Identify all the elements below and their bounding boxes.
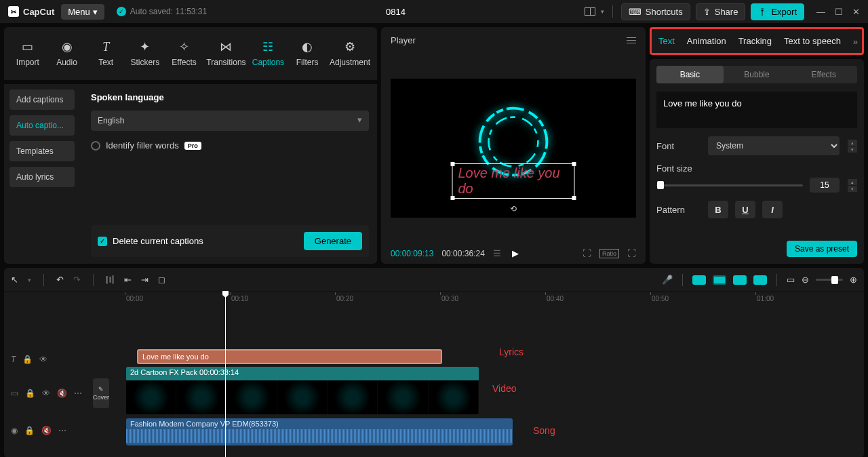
logo-icon: ✂ bbox=[8, 6, 19, 17]
eye-icon[interactable]: 👁 bbox=[42, 389, 50, 398]
text-selection-box[interactable]: Love me like you do bbox=[452, 163, 575, 199]
sidebar-auto-lyrics[interactable]: Auto lyrics bbox=[9, 167, 75, 187]
fontsize-stepper[interactable]: ▴▾ bbox=[848, 179, 857, 192]
titlebar: ✂ CapCut Menu▾ ✓ Auto saved: 11:53:31 08… bbox=[0, 0, 868, 23]
shortcuts-button[interactable]: ⌨Shortcuts bbox=[621, 3, 690, 20]
tab-adjustment[interactable]: ⚙Adjustment bbox=[327, 35, 373, 73]
more-icon[interactable]: ⋯ bbox=[58, 426, 66, 435]
timeline-ruler[interactable]: 00:00 00:10 00:20 00:30 00:40 00:50 01:0… bbox=[92, 292, 864, 309]
eye-icon[interactable]: 👁 bbox=[39, 355, 47, 364]
timecode-total: 00:00:36:24 bbox=[441, 249, 484, 258]
sidebar-templates[interactable]: Templates bbox=[9, 141, 75, 161]
pointer-tool[interactable]: ↖ bbox=[11, 275, 18, 285]
share-button[interactable]: ⇪Share bbox=[696, 3, 746, 20]
minimize-button[interactable]: — bbox=[816, 7, 825, 17]
underline-button[interactable]: U bbox=[735, 201, 755, 218]
delete-captions-row[interactable]: ✓ Delete current captions bbox=[98, 236, 203, 246]
overlay-text: Love me like you do bbox=[458, 165, 560, 196]
export-button[interactable]: ⭱Export bbox=[751, 3, 804, 20]
spoken-language-label: Spoken language bbox=[91, 92, 369, 102]
undo-button[interactable]: ↶ bbox=[56, 275, 64, 285]
tab-transitions[interactable]: ⋈Transitions bbox=[203, 35, 248, 73]
text-content-input[interactable] bbox=[656, 92, 857, 128]
titlebar-actions: ▾ ⌨Shortcuts ⇪Share ⭱Export — ☐ ✕ bbox=[585, 3, 860, 20]
zoom-out-button[interactable]: ⊖ bbox=[802, 275, 809, 285]
maximize-button[interactable]: ☐ bbox=[835, 7, 843, 17]
ratio-button[interactable]: Ratio bbox=[599, 249, 619, 258]
player-canvas[interactable]: Love me like you do ⟲ bbox=[391, 79, 636, 218]
lock-icon[interactable]: 🔒 bbox=[22, 355, 33, 364]
zoom-in-button[interactable]: ⊕ bbox=[850, 275, 857, 285]
lock-icon[interactable]: 🔒 bbox=[24, 426, 35, 435]
font-stepper[interactable]: ▴▾ bbox=[848, 140, 857, 153]
zoom-slider[interactable] bbox=[816, 279, 843, 281]
identify-filler-row[interactable]: Identify filler words Pro bbox=[91, 140, 369, 151]
more-tabs-icon[interactable]: » bbox=[853, 36, 858, 46]
trim-right-tool[interactable]: ⇥ bbox=[141, 275, 149, 285]
font-select[interactable]: System bbox=[708, 136, 840, 155]
magnet-tool-2[interactable] bbox=[713, 275, 726, 285]
fontsize-label: Font size bbox=[656, 163, 701, 174]
play-button[interactable]: ▶ bbox=[512, 248, 519, 258]
preview-toggle[interactable]: ▭ bbox=[787, 275, 795, 285]
pointer-dropdown[interactable]: ▾ bbox=[28, 277, 31, 283]
video-clip[interactable]: 2d Cartoon FX Pack 00:00:33:14 bbox=[126, 367, 479, 414]
subtab-bubble[interactable]: Bubble bbox=[724, 66, 791, 83]
mute-icon[interactable]: 🔇 bbox=[57, 389, 67, 398]
player-menu-icon[interactable] bbox=[627, 37, 636, 43]
share-icon: ⇪ bbox=[703, 7, 711, 17]
autosave-text: Auto saved: 11:53:31 bbox=[130, 7, 207, 16]
tab-captions[interactable]: ☷Captions bbox=[249, 35, 288, 73]
tab-filters[interactable]: ◐Filters bbox=[288, 35, 327, 73]
magnet-tool-1[interactable] bbox=[692, 275, 706, 285]
italic-button[interactable]: I bbox=[762, 201, 783, 218]
tab-text[interactable]: TText bbox=[86, 35, 125, 73]
sidebar-add-captions[interactable]: Add captions bbox=[9, 90, 75, 110]
tab-tts[interactable]: Text to speech bbox=[784, 36, 841, 46]
video-clip-label: 2d Cartoon FX Pack 00:00:33:14 bbox=[126, 367, 479, 380]
tab-audio[interactable]: ◉Audio bbox=[47, 35, 87, 73]
fontsize-input[interactable] bbox=[810, 178, 840, 193]
layout-icon[interactable] bbox=[585, 7, 595, 16]
tab-import[interactable]: ▭Import bbox=[8, 35, 47, 73]
tab-stickers[interactable]: ✦Stickers bbox=[125, 35, 165, 73]
text-track-head: T 🔒 👁 bbox=[4, 349, 92, 370]
snap-tool[interactable] bbox=[753, 275, 767, 285]
rotate-icon[interactable]: ⟲ bbox=[510, 204, 517, 214]
columns-icon[interactable]: ☰ bbox=[493, 248, 501, 258]
generate-button[interactable]: Generate bbox=[304, 232, 362, 250]
identify-filler-label: Identify filler words bbox=[106, 140, 179, 151]
tab-effects[interactable]: ✧Effects bbox=[165, 35, 204, 73]
lyrics-clip[interactable]: Love me like you do bbox=[137, 349, 442, 364]
subtab-effects[interactable]: Effects bbox=[790, 66, 857, 83]
inspector-subtabs: Basic Bubble Effects bbox=[656, 66, 857, 83]
close-button[interactable]: ✕ bbox=[852, 7, 860, 17]
audio-track-icon: ◉ bbox=[11, 426, 18, 435]
audio-clip[interactable]: Fashion Modern Company VP EDM(853373) bbox=[126, 418, 513, 445]
language-select[interactable]: English bbox=[91, 111, 369, 131]
tab-animation[interactable]: Animation bbox=[687, 36, 726, 46]
timeline: ↖ ▾ ↶ ↷ 〣 ⇤ ⇥ ◻ 🎤 ▭ ⊖ ⊕ 00:00 00:10 00:2… bbox=[4, 268, 864, 457]
tab-text-inspector[interactable]: Text bbox=[658, 36, 675, 46]
mic-icon[interactable]: 🎤 bbox=[662, 275, 673, 285]
redo-button[interactable]: ↷ bbox=[73, 275, 81, 285]
link-tool[interactable] bbox=[733, 275, 747, 285]
split-tool[interactable]: 〣 bbox=[106, 274, 115, 286]
crop-tool[interactable]: ◻ bbox=[158, 275, 165, 285]
track-lanes[interactable]: Love me like you do 2d Cartoon FX Pack 0… bbox=[92, 309, 864, 457]
save-preset-button[interactable]: Save as preset bbox=[787, 241, 857, 257]
subtab-basic[interactable]: Basic bbox=[656, 66, 724, 83]
sidebar-auto-captions[interactable]: Auto captio... bbox=[9, 115, 75, 136]
trim-left-tool[interactable]: ⇤ bbox=[124, 275, 132, 285]
lock-icon[interactable]: 🔒 bbox=[25, 389, 35, 398]
scan-icon[interactable]: ⛶ bbox=[583, 248, 591, 258]
fullscreen-icon[interactable]: ⛶ bbox=[627, 248, 636, 258]
mute-icon[interactable]: 🔇 bbox=[41, 426, 52, 435]
more-icon[interactable]: ⋯ bbox=[74, 389, 82, 398]
menu-button[interactable]: Menu▾ bbox=[61, 4, 104, 20]
bold-button[interactable]: B bbox=[708, 201, 728, 218]
tab-tracking[interactable]: Tracking bbox=[738, 36, 772, 46]
video-track-head: ▭ 🔒 👁 🔇 ⋯ ✎Cover bbox=[4, 370, 92, 417]
fontsize-slider[interactable] bbox=[656, 184, 803, 186]
playhead[interactable] bbox=[225, 292, 226, 457]
